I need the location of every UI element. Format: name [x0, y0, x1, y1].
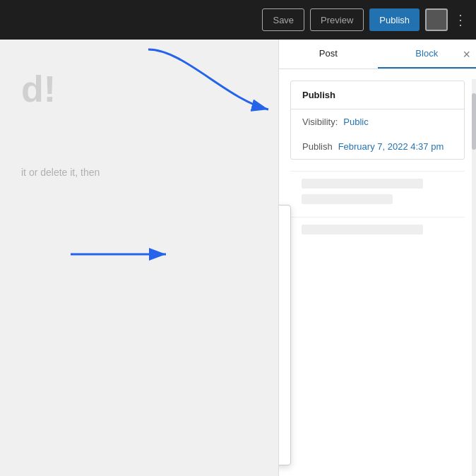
- publish-section: Publish Visibility: Public Publish Febru…: [290, 81, 465, 160]
- publish-date-value[interactable]: February 7, 2022 4:37 pm: [338, 141, 444, 152]
- toolbar: Save Preview Publish ⋮: [0, 0, 476, 40]
- sidebar-section-2: [290, 217, 465, 247]
- scrollbar-thumb[interactable]: [472, 93, 476, 150]
- save-button[interactable]: Save: [262, 8, 304, 31]
- publish-visibility-row: Visibility: Public: [291, 109, 464, 134]
- editor-main: d! it or delete it, then: [0, 40, 278, 476]
- editor-note: it or delete it, then: [21, 167, 257, 178]
- visibility-value[interactable]: Public: [343, 117, 368, 127]
- blurred-row-3: [302, 225, 423, 234]
- scrollbar: [472, 79, 476, 476]
- more-options-button[interactable]: ⋮: [453, 11, 468, 28]
- avatar[interactable]: [425, 8, 448, 31]
- visibility-label: Visibility:: [302, 117, 338, 127]
- sidebar-content: Publish Visibility: Public Publish Febru…: [279, 69, 476, 476]
- publish-button[interactable]: Publish: [369, 8, 420, 31]
- blurred-row-2: [302, 194, 393, 204]
- sidebar: Post Block × Publish Visibility: Public …: [278, 40, 476, 476]
- sidebar-tabs: Post Block ×: [279, 40, 476, 69]
- datepicker-popup: February : AM PM UTC+0: [279, 205, 291, 465]
- blurred-row-1: [302, 179, 423, 189]
- tab-post[interactable]: Post: [279, 40, 378, 69]
- sidebar-close-button[interactable]: ×: [463, 48, 470, 61]
- publish-header: Publish: [291, 81, 464, 109]
- publish-label: Publish: [302, 141, 333, 152]
- sidebar-section-1: [290, 171, 465, 217]
- content-area: d! it or delete it, then Post Block × Pu…: [0, 40, 476, 476]
- tab-block[interactable]: Block: [378, 40, 477, 69]
- editor-text: d!: [21, 68, 257, 110]
- publish-date-row: Publish February 7, 2022 4:37 pm Februar…: [291, 134, 464, 159]
- preview-button[interactable]: Preview: [310, 8, 364, 31]
- publish-header-label: Publish: [302, 90, 335, 100]
